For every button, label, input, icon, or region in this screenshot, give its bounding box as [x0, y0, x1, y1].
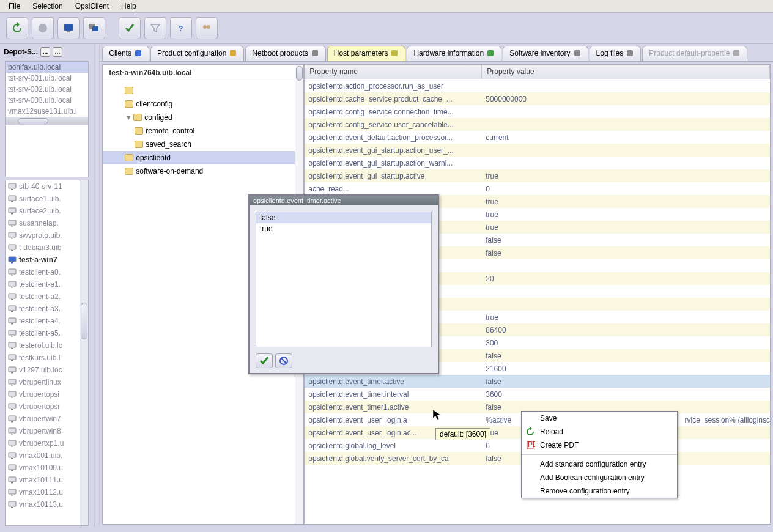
- client-item[interactable]: stb-40-srv-11: [6, 180, 80, 193]
- menu-file[interactable]: File: [2, 1, 26, 12]
- property-row[interactable]: opsiclientd.action_processor.run_as_user: [305, 79, 770, 92]
- tab[interactable]: Netboot products: [245, 46, 325, 61]
- client-item[interactable]: testclient-a5.: [6, 327, 80, 339]
- client-item[interactable]: vbrupertxp1.u: [6, 437, 80, 449]
- tree-item[interactable]: software-on-demand: [103, 164, 303, 178]
- client-item[interactable]: vmax10112.u: [6, 486, 80, 498]
- client-item[interactable]: testclient-a4.: [6, 315, 80, 327]
- property-row[interactable]: ache_read...0: [305, 182, 770, 195]
- client-item[interactable]: v1297.uib.loc: [6, 364, 80, 376]
- depot-item[interactable]: vmax12suse131.uib.l: [6, 106, 88, 117]
- menu-item[interactable]: PDFCreate PDF: [522, 438, 677, 452]
- toolbar-monitor1[interactable]: [57, 17, 80, 39]
- client-item[interactable]: vbrupertwin8: [6, 425, 80, 437]
- client-item[interactable]: surface1.uib.: [6, 193, 80, 205]
- popup-option[interactable]: false: [256, 212, 431, 223]
- toolbar-world[interactable]: [32, 17, 54, 39]
- scrollbar-vertical[interactable]: [80, 180, 88, 525]
- depot-item[interactable]: tst-srv-002.uib.local: [6, 84, 88, 95]
- client-item[interactable]: testerol.uib.lo: [6, 339, 80, 352]
- client-item[interactable]: vmax10111.u: [6, 474, 80, 486]
- toolbar-group[interactable]: [196, 17, 218, 39]
- menu-item[interactable]: Add standard configuration entry: [522, 457, 677, 471]
- client-item[interactable]: test-a-win7: [6, 254, 80, 266]
- depot-item[interactable]: tst-srv-001.uib.local: [6, 73, 88, 84]
- property-row[interactable]: opsiclientd.cache_service.product_cache_…: [305, 92, 770, 105]
- col-name[interactable]: Property name: [305, 65, 482, 79]
- depot-list[interactable]: bonifax.uib.localtst-srv-001.uib.localts…: [5, 61, 89, 177]
- menu-item[interactable]: Remove configuration entry: [522, 484, 677, 498]
- property-row[interactable]: opsiclientd.event_gui_startup.activetrue: [305, 169, 770, 182]
- tab[interactable]: Host parameters: [327, 46, 406, 61]
- scrollbar-thumb[interactable]: [18, 118, 48, 124]
- tab[interactable]: Hardware information: [407, 46, 501, 61]
- property-row[interactable]: opsiclientd.event_timer.interval3600: [305, 388, 770, 401]
- client-item[interactable]: vmax10100.u: [6, 462, 80, 474]
- splitter[interactable]: [94, 44, 100, 527]
- property-row[interactable]: opsiclientd.event_gui_startup.action_war…: [305, 157, 770, 169]
- scrollbar-horizontal[interactable]: [6, 117, 88, 125]
- depot-item[interactable]: tst-srv-003.uib.local: [6, 95, 88, 106]
- tab-label: Software inventory: [509, 49, 570, 57]
- depot-btn2[interactable]: ...: [53, 47, 62, 57]
- client-item[interactable]: vbrupertopsi: [6, 388, 80, 401]
- property-row[interactable]: opsiclientd.event_gui_startup.action_use…: [305, 144, 770, 157]
- menu-selection[interactable]: Selection: [26, 1, 68, 12]
- property-row[interactable]: opsiclientd.event_default.action_process…: [305, 131, 770, 144]
- toolbar-filter[interactable]: [144, 17, 166, 39]
- toolbar-check[interactable]: [119, 17, 141, 39]
- client-item[interactable]: testkurs.uib.l: [6, 352, 80, 364]
- toggle-icon[interactable]: ▼: [125, 113, 131, 122]
- tab[interactable]: Log files: [590, 46, 642, 61]
- client-item[interactable]: testclient-a1.: [6, 278, 80, 290]
- col-value[interactable]: Property value: [482, 65, 770, 79]
- popup-confirm-button[interactable]: [256, 353, 273, 368]
- toolbar-monitor2[interactable]: [83, 17, 105, 39]
- tree-item[interactable]: opsiclientd: [103, 151, 303, 164]
- property-row[interactable]: opsiclientd.event_timer.activefalse: [305, 375, 770, 388]
- client-item[interactable]: vmax001.uib.: [6, 449, 80, 462]
- scrollbar-thumb[interactable]: [81, 303, 87, 339]
- client-item[interactable]: vmax10113.u: [6, 498, 80, 511]
- toolbar-help[interactable]: ?: [170, 17, 192, 39]
- menu-opsiclient[interactable]: OpsiClient: [69, 1, 115, 12]
- client-item[interactable]: vbrupertwin7: [6, 413, 80, 425]
- client-item[interactable]: surface2.uib.: [6, 205, 80, 217]
- client-item[interactable]: swvproto.uib.: [6, 229, 80, 242]
- menu-item[interactable]: Reload: [522, 425, 677, 438]
- depot-item[interactable]: bonifax.uib.local: [6, 62, 88, 73]
- tree-item[interactable]: saved_search: [103, 138, 303, 151]
- menu-help[interactable]: Help: [115, 1, 142, 12]
- popup-options-list[interactable]: falsetrue: [256, 212, 432, 347]
- tree-item[interactable]: ▼configed: [103, 111, 303, 124]
- scrollbar-thumb[interactable]: [296, 66, 303, 81]
- prop-value: true: [482, 210, 770, 219]
- tab[interactable]: Product configuration: [150, 46, 244, 61]
- tab[interactable]: Clients: [102, 46, 149, 61]
- menu-item[interactable]: Add Boolean configuration entry: [522, 471, 677, 484]
- tab[interactable]: Software inventory: [503, 46, 588, 61]
- client-item[interactable]: testclient-a0.: [6, 266, 80, 278]
- popup-option[interactable]: true: [256, 223, 431, 234]
- client-item[interactable]: vbrupertopsi: [6, 401, 80, 413]
- svg-rect-4: [92, 26, 98, 31]
- toolbar-refresh[interactable]: [6, 17, 28, 39]
- tree-item[interactable]: remote_control: [103, 124, 303, 138]
- client-label: stb-40-srv-11: [19, 182, 62, 191]
- client-item[interactable]: t-debian3.uib: [6, 242, 80, 254]
- popup-cancel-button[interactable]: [275, 353, 292, 368]
- client-item[interactable]: vbrupertlinux: [6, 376, 80, 388]
- depot-btn1[interactable]: ...: [40, 47, 50, 57]
- tree-label: clientconfig: [136, 100, 172, 108]
- client-label: vbrupertopsi: [19, 390, 59, 399]
- client-item[interactable]: testclient-a2.: [6, 290, 80, 303]
- tree-item[interactable]: [103, 84, 303, 97]
- client-label: testclient-a2.: [19, 292, 61, 301]
- menu-item[interactable]: Save: [522, 412, 677, 425]
- client-list[interactable]: stb-40-srv-11surface1.uib.surface2.uib.s…: [5, 180, 89, 526]
- property-row[interactable]: opsiclientd.config_service.connection_ti…: [305, 105, 770, 118]
- property-row[interactable]: opsiclientd.config_service.user_cancelab…: [305, 118, 770, 131]
- client-item[interactable]: susannelap.: [6, 217, 80, 229]
- client-item[interactable]: testclient-a3.: [6, 303, 80, 315]
- tree-item[interactable]: clientconfig: [103, 97, 303, 111]
